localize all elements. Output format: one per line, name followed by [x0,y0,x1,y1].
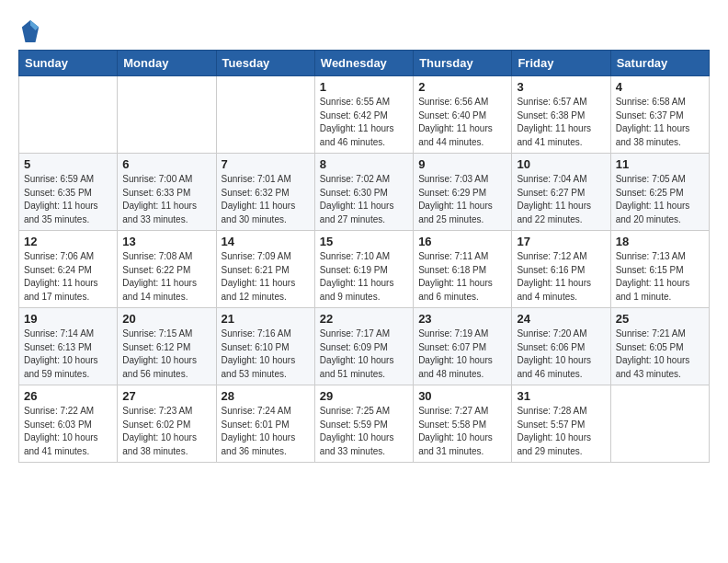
table-cell: 13Sunrise: 7:08 AM Sunset: 6:22 PM Dayli… [118,231,216,308]
day-info: Sunrise: 6:59 AM Sunset: 6:35 PM Dayligh… [24,173,112,226]
week-row-0: 1Sunrise: 6:55 AM Sunset: 6:42 PM Daylig… [19,76,710,154]
day-info: Sunrise: 7:08 AM Sunset: 6:22 PM Dayligh… [122,250,210,304]
day-info: Sunrise: 6:55 AM Sunset: 6:42 PM Dayligh… [320,96,408,149]
day-info: Sunrise: 7:24 AM Sunset: 6:01 PM Dayligh… [222,405,310,458]
day-number: 30 [418,389,506,403]
week-row-3: 19Sunrise: 7:14 AM Sunset: 6:13 PM Dayli… [19,308,710,385]
day-number: 1 [320,80,408,94]
table-cell: 31Sunrise: 7:28 AM Sunset: 5:57 PM Dayli… [512,385,610,463]
week-row-1: 5Sunrise: 6:59 AM Sunset: 6:35 PM Daylig… [19,154,710,231]
calendar-header-row: Sunday Monday Tuesday Wednesday Thursday… [19,51,710,76]
col-thursday: Thursday [414,51,512,76]
table-cell: 15Sunrise: 7:10 AM Sunset: 6:19 PM Dayli… [314,231,413,308]
table-cell: 21Sunrise: 7:16 AM Sunset: 6:10 PM Dayli… [216,308,314,385]
table-cell: 11Sunrise: 7:05 AM Sunset: 6:25 PM Dayli… [610,154,709,231]
day-number: 25 [616,312,704,326]
table-cell: 24Sunrise: 7:20 AM Sunset: 6:06 PM Dayli… [512,308,610,385]
week-row-2: 12Sunrise: 7:06 AM Sunset: 6:24 PM Dayli… [19,231,710,308]
table-cell: 28Sunrise: 7:24 AM Sunset: 6:01 PM Dayli… [216,385,314,463]
day-number: 27 [122,389,210,403]
day-number: 14 [222,235,310,248]
week-row-4: 26Sunrise: 7:22 AM Sunset: 6:03 PM Dayli… [19,385,710,463]
table-cell: 23Sunrise: 7:19 AM Sunset: 6:07 PM Dayli… [414,308,512,385]
logo [18,18,42,44]
day-info: Sunrise: 7:27 AM Sunset: 5:58 PM Dayligh… [418,405,506,458]
day-info: Sunrise: 7:11 AM Sunset: 6:18 PM Dayligh… [418,250,506,304]
day-info: Sunrise: 7:22 AM Sunset: 6:03 PM Dayligh… [24,405,112,458]
day-info: Sunrise: 7:14 AM Sunset: 6:13 PM Dayligh… [24,327,112,381]
table-cell: 26Sunrise: 7:22 AM Sunset: 6:03 PM Dayli… [19,385,118,463]
day-info: Sunrise: 7:15 AM Sunset: 6:12 PM Dayligh… [122,327,210,381]
table-cell: 5Sunrise: 6:59 AM Sunset: 6:35 PM Daylig… [19,154,118,231]
day-number: 6 [122,157,210,171]
day-info: Sunrise: 6:58 AM Sunset: 6:37 PM Dayligh… [616,96,704,149]
day-info: Sunrise: 7:01 AM Sunset: 6:32 PM Dayligh… [222,173,310,226]
day-number: 28 [222,389,310,403]
table-cell: 2Sunrise: 6:56 AM Sunset: 6:40 PM Daylig… [414,76,512,154]
table-cell: 12Sunrise: 7:06 AM Sunset: 6:24 PM Dayli… [19,231,118,308]
day-info: Sunrise: 7:13 AM Sunset: 6:15 PM Dayligh… [616,250,704,304]
table-cell: 16Sunrise: 7:11 AM Sunset: 6:18 PM Dayli… [414,231,512,308]
day-info: Sunrise: 7:23 AM Sunset: 6:02 PM Dayligh… [122,405,210,458]
day-number: 12 [24,235,112,248]
day-number: 18 [616,235,704,248]
day-number: 10 [517,157,605,171]
day-info: Sunrise: 7:20 AM Sunset: 6:06 PM Dayligh… [517,327,605,381]
table-cell: 30Sunrise: 7:27 AM Sunset: 5:58 PM Dayli… [414,385,512,463]
table-cell: 1Sunrise: 6:55 AM Sunset: 6:42 PM Daylig… [314,76,413,154]
page: Sunday Monday Tuesday Wednesday Thursday… [0,0,728,472]
day-number: 2 [418,80,506,94]
table-cell: 6Sunrise: 7:00 AM Sunset: 6:33 PM Daylig… [118,154,216,231]
day-info: Sunrise: 7:03 AM Sunset: 6:29 PM Dayligh… [418,173,506,226]
table-cell: 19Sunrise: 7:14 AM Sunset: 6:13 PM Dayli… [19,308,118,385]
table-cell: 17Sunrise: 7:12 AM Sunset: 6:16 PM Dayli… [512,231,610,308]
day-number: 11 [616,157,704,171]
day-info: Sunrise: 7:21 AM Sunset: 6:05 PM Dayligh… [616,327,704,381]
day-number: 17 [517,235,605,248]
table-cell: 20Sunrise: 7:15 AM Sunset: 6:12 PM Dayli… [118,308,216,385]
table-cell: 4Sunrise: 6:58 AM Sunset: 6:37 PM Daylig… [610,76,709,154]
day-number: 20 [122,312,210,326]
day-info: Sunrise: 7:12 AM Sunset: 6:16 PM Dayligh… [517,250,605,304]
day-number: 19 [24,312,112,326]
table-cell [216,76,314,154]
table-cell: 7Sunrise: 7:01 AM Sunset: 6:32 PM Daylig… [216,154,314,231]
table-cell: 29Sunrise: 7:25 AM Sunset: 5:59 PM Dayli… [314,385,413,463]
day-number: 5 [24,157,112,171]
table-cell [118,76,216,154]
calendar-table: Sunday Monday Tuesday Wednesday Thursday… [18,50,710,463]
table-cell [610,385,709,463]
day-number: 7 [222,157,310,171]
day-info: Sunrise: 7:06 AM Sunset: 6:24 PM Dayligh… [24,250,112,304]
day-info: Sunrise: 7:04 AM Sunset: 6:27 PM Dayligh… [517,173,605,226]
table-cell: 27Sunrise: 7:23 AM Sunset: 6:02 PM Dayli… [118,385,216,463]
day-info: Sunrise: 7:25 AM Sunset: 5:59 PM Dayligh… [320,405,408,458]
col-monday: Monday [118,51,216,76]
table-cell [19,76,118,154]
day-info: Sunrise: 7:00 AM Sunset: 6:33 PM Dayligh… [122,173,210,226]
day-info: Sunrise: 7:17 AM Sunset: 6:09 PM Dayligh… [320,327,408,381]
day-number: 15 [320,235,408,248]
header [18,18,710,44]
day-info: Sunrise: 7:19 AM Sunset: 6:07 PM Dayligh… [418,327,506,381]
col-saturday: Saturday [610,51,709,76]
col-friday: Friday [512,51,610,76]
table-cell: 22Sunrise: 7:17 AM Sunset: 6:09 PM Dayli… [314,308,413,385]
logo-icon [20,18,40,44]
day-number: 13 [122,235,210,248]
day-info: Sunrise: 7:05 AM Sunset: 6:25 PM Dayligh… [616,173,704,226]
day-info: Sunrise: 7:16 AM Sunset: 6:10 PM Dayligh… [222,327,310,381]
table-cell: 18Sunrise: 7:13 AM Sunset: 6:15 PM Dayli… [610,231,709,308]
table-cell: 10Sunrise: 7:04 AM Sunset: 6:27 PM Dayli… [512,154,610,231]
table-cell: 9Sunrise: 7:03 AM Sunset: 6:29 PM Daylig… [414,154,512,231]
day-number: 9 [418,157,506,171]
day-number: 31 [517,389,605,403]
day-number: 16 [418,235,506,248]
table-cell: 25Sunrise: 7:21 AM Sunset: 6:05 PM Dayli… [610,308,709,385]
col-tuesday: Tuesday [216,51,314,76]
day-info: Sunrise: 7:09 AM Sunset: 6:21 PM Dayligh… [222,250,310,304]
day-info: Sunrise: 7:10 AM Sunset: 6:19 PM Dayligh… [320,250,408,304]
day-info: Sunrise: 7:02 AM Sunset: 6:30 PM Dayligh… [320,173,408,226]
day-info: Sunrise: 6:57 AM Sunset: 6:38 PM Dayligh… [517,96,605,149]
table-cell: 3Sunrise: 6:57 AM Sunset: 6:38 PM Daylig… [512,76,610,154]
